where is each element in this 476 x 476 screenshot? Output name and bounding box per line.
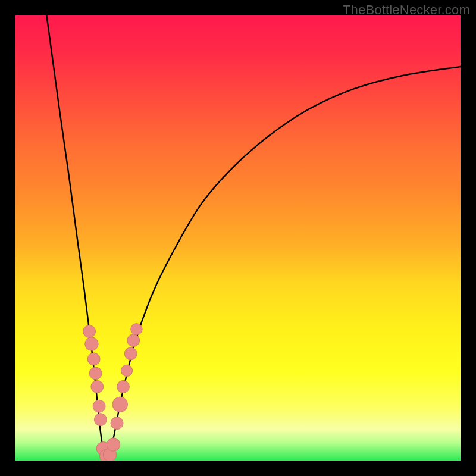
right-cluster-marker: [117, 380, 130, 393]
right-cluster-marker: [112, 397, 127, 412]
left-cluster-marker: [89, 367, 102, 380]
data-markers: [83, 324, 142, 461]
right-cluster-marker: [131, 324, 142, 335]
chart-frame: TheBottleNecker.com: [0, 0, 476, 476]
attribution-text: TheBottleNecker.com: [343, 2, 470, 18]
curve-layer: [15, 15, 461, 461]
curve-right-branch: [108, 67, 461, 458]
bottom-cluster-marker: [107, 438, 120, 451]
left-cluster-marker: [83, 325, 96, 338]
left-cluster-marker: [93, 400, 105, 412]
right-cluster-marker: [121, 365, 132, 376]
right-cluster-marker: [124, 347, 137, 360]
left-cluster-marker: [85, 337, 98, 350]
plot-area: [15, 15, 461, 461]
left-cluster-marker: [87, 353, 100, 365]
right-cluster-marker: [111, 417, 123, 430]
right-cluster-marker: [127, 334, 140, 347]
left-cluster-marker: [94, 414, 107, 426]
left-cluster-marker: [91, 380, 104, 393]
